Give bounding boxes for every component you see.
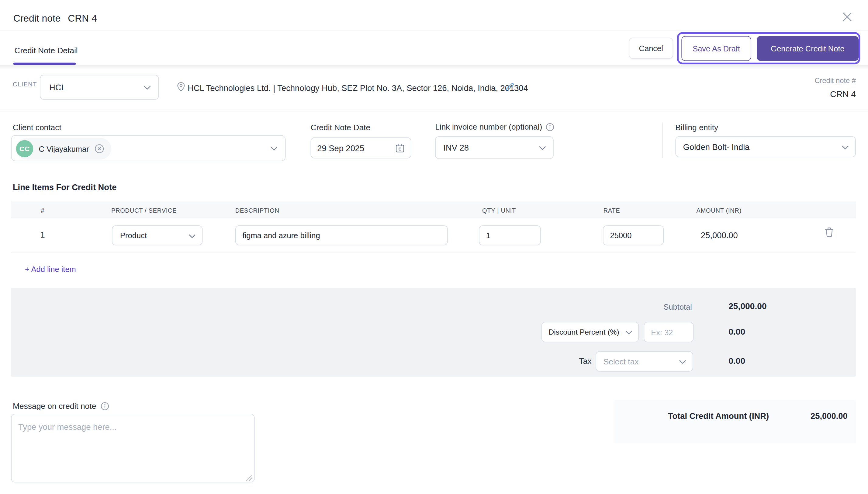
- column-header-index: #: [38, 202, 48, 219]
- billing-entity-select[interactable]: Golden Bolt- India: [675, 136, 856, 157]
- credit-note-date-label: Credit Note Date: [311, 123, 370, 132]
- credit-note-date-field[interactable]: 29 Sep 2025: [311, 137, 411, 158]
- cancel-button[interactable]: Cancel: [629, 38, 673, 59]
- calendar-icon[interactable]: [395, 144, 405, 153]
- discount-type-select[interactable]: Discount Percent (%): [541, 322, 639, 342]
- rate-input[interactable]: [603, 225, 664, 246]
- billing-entity-value: Golden Bolt- India: [683, 142, 750, 152]
- message-label: Message on credit note: [13, 401, 96, 410]
- edit-address-icon[interactable]: [505, 82, 514, 91]
- credit-note-modal: Credit noteCRN 4 Credit Note Detail Canc…: [0, 0, 868, 494]
- product-service-value: Product: [120, 231, 147, 240]
- trash-icon: [825, 227, 834, 237]
- billing-entity-label: Billing entity: [675, 123, 718, 132]
- avatar: CC: [16, 140, 33, 157]
- link-invoice-value: INV 28: [443, 143, 469, 152]
- line-item-index: 1: [38, 230, 48, 240]
- header-divider: [0, 30, 868, 31]
- chevron-down-icon: [271, 147, 277, 151]
- client-address: HCL Technologies Ltd. | Technology Hub, …: [188, 83, 528, 93]
- subtotal-label: Subtotal: [609, 302, 692, 311]
- close-icon: [842, 12, 852, 21]
- tax-select[interactable]: Select tax: [596, 351, 693, 372]
- info-icon[interactable]: [546, 122, 554, 131]
- column-header-product: PRODUCT / SERVICE: [111, 202, 177, 219]
- table-row: 1 Product 25,000.00: [11, 218, 856, 252]
- line-items-table: # PRODUCT / SERVICE DESCRIPTION QTY | UN…: [11, 202, 856, 288]
- circle-x-icon: [95, 144, 104, 153]
- client-select[interactable]: HCL: [40, 75, 159, 100]
- total-credit-label: Total Credit Amount (INR): [668, 411, 769, 420]
- totals-summary-panel: Subtotal 25,000.00 Discount Percent (%) …: [11, 288, 856, 377]
- chevron-down-icon: [189, 234, 196, 238]
- header-shadow: [0, 65, 868, 70]
- tab-credit-note-detail[interactable]: Credit Note Detail: [14, 46, 78, 55]
- client-contact-select[interactable]: CC C Vijayakumar: [11, 135, 285, 161]
- column-header-amount: AMOUNT (INR): [696, 202, 742, 219]
- remove-contact-button[interactable]: [95, 144, 104, 153]
- tax-amount: 0.00: [728, 356, 745, 366]
- contact-name: C Vijayakumar: [39, 144, 89, 153]
- page-title: Credit noteCRN 4: [13, 13, 97, 24]
- add-line-item-link[interactable]: + Add line item: [25, 265, 76, 273]
- chevron-down-icon: [625, 331, 632, 335]
- column-header-qty-unit: QTY | UNIT: [482, 202, 516, 219]
- client-select-value: HCL: [49, 82, 66, 92]
- clientbar-divider: [0, 110, 868, 110]
- close-button[interactable]: [839, 9, 855, 24]
- generate-credit-note-button[interactable]: Generate Credit Note: [757, 36, 859, 61]
- column-header-description: DESCRIPTION: [235, 202, 279, 219]
- location-pin-icon: [177, 82, 185, 91]
- line-item-amount: 25,000.00: [701, 230, 738, 240]
- message-label-row: Message on credit note: [13, 401, 109, 410]
- total-credit-panel: Total Credit Amount (INR) 25,000.00: [614, 400, 856, 443]
- table-header-row: # PRODUCT / SERVICE DESCRIPTION QTY | UN…: [11, 202, 856, 218]
- chevron-down-icon: [144, 86, 151, 90]
- link-invoice-label-row: Link invoice number (optional): [435, 122, 554, 131]
- delete-line-item-button[interactable]: [825, 227, 834, 237]
- discount-type-value: Discount Percent (%): [549, 328, 619, 336]
- subtotal-value: 25,000.00: [728, 301, 767, 311]
- discount-value-input[interactable]: [644, 322, 694, 342]
- discount-amount: 0.00: [728, 327, 745, 337]
- tax-select-placeholder: Select tax: [604, 357, 639, 366]
- tab-active-underline: [13, 63, 76, 65]
- column-header-rate: RATE: [604, 202, 620, 219]
- link-invoice-label: Link invoice number (optional): [435, 122, 542, 131]
- save-as-draft-button[interactable]: Save As Draft: [681, 36, 751, 61]
- total-credit-value: 25,000.00: [811, 411, 848, 420]
- message-textarea[interactable]: [11, 414, 255, 482]
- client-label: CLIENT: [13, 81, 37, 88]
- add-line-item-row: + Add line item: [11, 252, 856, 288]
- product-service-select[interactable]: Product: [112, 225, 203, 246]
- quantity-input[interactable]: [479, 225, 541, 246]
- credit-note-hash-label: Credit note #: [814, 76, 856, 84]
- description-input[interactable]: [235, 225, 448, 246]
- chevron-down-icon: [842, 146, 849, 150]
- page-title-number: CRN 4: [68, 13, 97, 24]
- tax-label: Tax: [579, 357, 592, 366]
- link-invoice-select[interactable]: INV 28: [435, 136, 554, 159]
- vertical-divider: [662, 122, 663, 158]
- info-icon[interactable]: [101, 402, 109, 410]
- page-title-text: Credit note: [13, 13, 61, 24]
- chevron-down-icon: [679, 360, 686, 364]
- contact-chip: CC C Vijayakumar: [16, 138, 111, 159]
- line-items-section-title: Line Items For Credit Note: [13, 182, 116, 192]
- credit-note-number: CRN 4: [830, 89, 856, 99]
- chevron-down-icon: [539, 146, 546, 150]
- credit-note-date-value: 29 Sep 2025: [317, 144, 364, 153]
- client-contact-label: Client contact: [13, 123, 61, 132]
